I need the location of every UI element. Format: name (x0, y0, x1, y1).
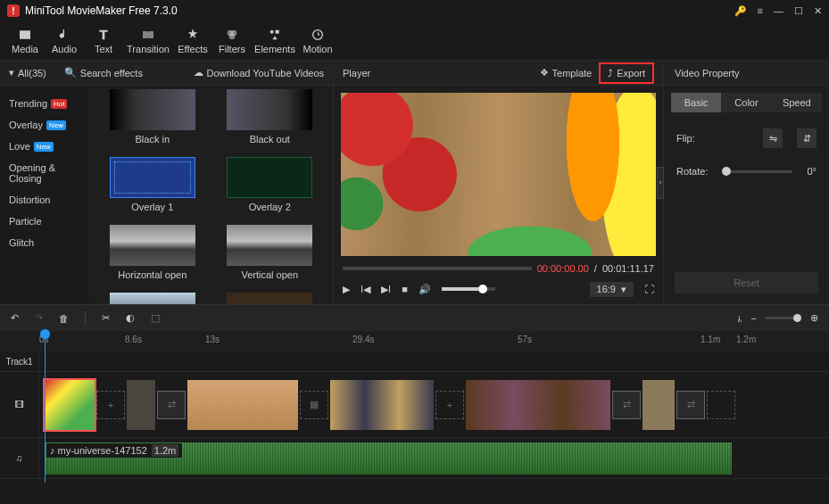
sidebar-item-particle[interactable]: Particle (0, 211, 89, 232)
video-clip-3[interactable] (187, 380, 298, 430)
flip-vertical-button[interactable]: ⇵ (797, 128, 817, 148)
props-title: Video Property (675, 68, 740, 78)
audio-track-icon: ♫ (0, 438, 39, 478)
video-clip-4[interactable] (330, 380, 434, 430)
export-button[interactable]: ⤴Export (599, 62, 654, 84)
play-icon[interactable]: ▶ (343, 284, 350, 295)
video-preview (341, 93, 656, 256)
sidebar-item-distortion[interactable]: Distortion (0, 189, 89, 211)
effect-blackin[interactable]: Black in (98, 86, 207, 145)
total-time: 00:01:11.17 (602, 263, 654, 274)
tab-color[interactable]: Color (721, 93, 771, 112)
transition-slot-2[interactable]: ⇄ (157, 391, 186, 419)
redo-icon[interactable]: ↷ (35, 312, 43, 324)
video-clip-2[interactable] (127, 380, 155, 430)
key-icon[interactable]: 🔑 (734, 5, 747, 17)
transition-slot-empty[interactable] (707, 391, 735, 419)
tab-basic[interactable]: Basic (671, 93, 721, 112)
svg-point-2 (229, 33, 236, 39)
sidebar-item-love[interactable]: LoveNew (0, 136, 89, 157)
time-ruler[interactable]: 0s 8.6s 13s 29.4s 57s 1.1m 1.2m (0, 331, 829, 352)
template-button[interactable]: ❖Template (533, 63, 600, 82)
video-track-icon: 🎞 (0, 372, 39, 437)
transition-slot-6[interactable]: ⇄ (676, 391, 705, 419)
effect-horizontal-open[interactable]: Horizontal open (98, 221, 207, 280)
flip-horizontal-button[interactable]: ⇋ (763, 128, 783, 148)
transition-tab[interactable]: Transition (123, 22, 173, 60)
text-tab[interactable]: Text (84, 22, 123, 60)
maximize-icon[interactable]: ☐ (794, 5, 803, 17)
fullscreen-icon[interactable]: ⛶ (644, 284, 654, 294)
panel-expand-handle[interactable]: › (657, 167, 664, 199)
search-icon: 🔍 (64, 67, 77, 78)
audio-tab[interactable]: Audio (45, 22, 84, 60)
volume-icon[interactable]: 🔊 (419, 284, 431, 295)
effect-extra2[interactable] (216, 289, 325, 304)
svg-rect-4 (276, 29, 279, 33)
video-clip-5[interactable] (466, 380, 610, 430)
delete-icon[interactable]: 🗑 (59, 313, 69, 324)
effect-overlay2[interactable]: Overlay 2 (216, 153, 325, 212)
transition-slot-4[interactable]: + (435, 391, 464, 419)
transition-slot-3[interactable]: ▦ (300, 391, 328, 419)
undo-icon[interactable]: ↶ (11, 312, 19, 324)
effect-overlay1[interactable]: Overlay 1 (98, 153, 207, 212)
rotate-value: 0° (807, 166, 817, 177)
zoom-out-icon[interactable]: − (751, 313, 757, 324)
prev-icon[interactable]: I◀ (361, 284, 370, 295)
rotate-label: Rotate: (676, 166, 708, 177)
transition-slot-5[interactable]: ⇄ (612, 391, 641, 419)
crop-icon[interactable]: ⬚ (151, 312, 160, 324)
motion-tab[interactable]: Motion (298, 22, 337, 60)
filters-tab[interactable]: Filters (212, 22, 252, 60)
playhead[interactable] (45, 331, 46, 483)
minimize-icon[interactable]: — (774, 5, 783, 16)
speed-icon[interactable]: ◐ (126, 312, 135, 324)
effect-blackout[interactable]: Black out (216, 86, 325, 145)
volume-slider[interactable] (442, 287, 495, 291)
cut-icon[interactable]: ✂ (102, 312, 110, 324)
app-title: MiniTool MovieMaker Free 7.3.0 (25, 4, 734, 17)
sidebar-item-trending[interactable]: TrendingHot (0, 93, 89, 114)
app-logo: ! (7, 4, 20, 17)
effects-tab[interactable]: Effects (173, 22, 212, 60)
track1-label: Track1 (0, 352, 39, 371)
zoom-in-icon[interactable]: ⊕ (810, 312, 818, 324)
video-clip-1[interactable] (45, 380, 95, 430)
close-icon[interactable]: ✕ (814, 5, 822, 17)
elements-tab[interactable]: Elements (252, 22, 298, 60)
template-icon: ❖ (540, 67, 549, 78)
rotate-slider[interactable] (722, 170, 792, 173)
music-icon: ♪ (50, 445, 55, 456)
effect-vertical-open[interactable]: Vertical open (216, 221, 325, 280)
sidebar-item-glitch[interactable]: Glitch (0, 232, 89, 253)
search-input[interactable]: 🔍Search effects (64, 67, 143, 78)
menu-icon[interactable]: ≡ (758, 5, 763, 16)
transition-slot-1[interactable]: + (96, 391, 125, 419)
sidebar-item-overlay[interactable]: OverlayNew (0, 114, 89, 136)
flip-label: Flip: (676, 133, 695, 144)
tab-speed[interactable]: Speed (772, 93, 822, 112)
next-icon[interactable]: ▶I (381, 284, 391, 295)
all-dropdown[interactable]: ▾All(35) (9, 67, 46, 78)
media-tab[interactable]: Media (5, 22, 45, 60)
zoom-slider[interactable] (766, 317, 801, 319)
cloud-icon: ☁ (194, 67, 203, 78)
audio-clip-1[interactable]: ♪my-universe-1471521.2m (45, 442, 732, 475)
video-clip-6[interactable] (642, 380, 675, 430)
aspect-ratio-select[interactable]: 16:9▾ (590, 282, 634, 297)
export-icon: ⤴ (608, 68, 613, 78)
seek-bar[interactable] (343, 267, 532, 270)
svg-point-3 (270, 29, 274, 33)
player-title: Player (343, 68, 533, 78)
stop-icon[interactable]: ■ (402, 284, 408, 294)
download-link[interactable]: ☁Download YouTube Videos (194, 67, 325, 78)
magnet-icon[interactable]: ⫰ (737, 313, 742, 324)
sidebar-item-opening[interactable]: Opening & Closing (0, 157, 89, 189)
effect-extra1[interactable] (98, 289, 207, 304)
reset-button[interactable]: Reset (675, 272, 818, 293)
current-time: 00:00:00.00 (537, 263, 589, 274)
